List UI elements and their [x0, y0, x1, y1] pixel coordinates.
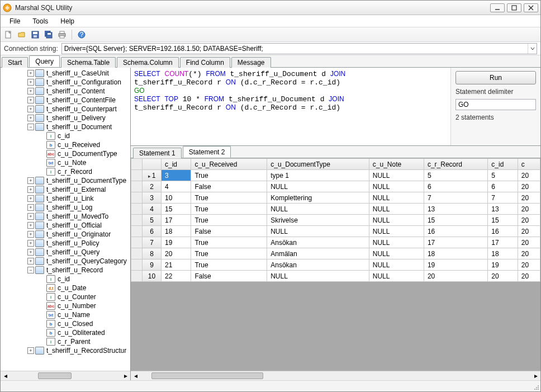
cell[interactable]: 20	[518, 259, 540, 271]
cell[interactable]: 6	[424, 181, 487, 192]
cell[interactable]: 15	[424, 215, 487, 226]
cell[interactable]: 19	[162, 237, 191, 248]
table-row[interactable]: 13Truetype 1NULL5520	[131, 170, 540, 181]
chevron-down-icon[interactable]	[528, 44, 537, 54]
tab-query[interactable]: Query	[29, 55, 60, 67]
cell[interactable]: False	[191, 181, 267, 192]
minimize-button[interactable]	[490, 3, 505, 12]
expand-icon[interactable]: +	[27, 195, 34, 202]
tree-column-node[interactable]: bc_u_Obliterated	[39, 328, 130, 337]
help-icon[interactable]: ?	[76, 29, 87, 40]
row-selector[interactable]	[131, 271, 143, 282]
tree-node[interactable]: −t_sheriff_u_Document	[2, 122, 130, 131]
tree-node[interactable]: +t_sheriff_u_MovedTo	[2, 212, 130, 221]
cell[interactable]: 7	[424, 192, 487, 204]
scroll-left-icon[interactable]: ◂	[1, 371, 10, 381]
tree-node[interactable]: −t_sheriff_u_Record	[2, 266, 130, 275]
tree-node[interactable]: +t_sheriff_u_Policy	[2, 239, 130, 248]
expand-icon[interactable]: +	[27, 258, 34, 265]
cell[interactable]: 4	[162, 181, 191, 192]
tree-column-node[interactable]: ic_u_Counter	[39, 292, 130, 301]
cell[interactable]: 6	[488, 181, 518, 192]
cell[interactable]: False	[191, 271, 267, 282]
expand-icon[interactable]: +	[27, 186, 34, 193]
cell[interactable]: 20	[518, 204, 540, 215]
tree-column-node[interactable]: ic_id	[39, 275, 130, 284]
cell[interactable]: 18	[488, 248, 518, 259]
expand-icon[interactable]: +	[27, 204, 34, 211]
cell[interactable]: 20	[518, 271, 540, 282]
collapse-icon[interactable]: −	[27, 124, 34, 130]
cell[interactable]: 20	[488, 271, 518, 282]
table-row[interactable]: 24FalseNULLNULL6620	[131, 181, 540, 192]
row-selector[interactable]	[131, 181, 143, 192]
cell[interactable]: type 1	[267, 170, 369, 181]
table-row[interactable]: 921TrueAnsökanNULL191920	[131, 259, 540, 271]
cell[interactable]: 20	[518, 192, 540, 204]
tree-node[interactable]: +t_sheriff_u_Official	[2, 221, 130, 230]
tree-node[interactable]: +t_sheriff_u_DocumentType	[2, 176, 130, 185]
cell[interactable]: 15	[162, 204, 191, 215]
cell[interactable]: 17	[488, 237, 518, 248]
tree-node[interactable]: +t_sheriff_u_Originator	[2, 230, 130, 239]
menu-tools[interactable]: Tools	[27, 16, 54, 26]
cell[interactable]: 16	[424, 226, 487, 237]
schema-tree[interactable]: +t_sheriff_u_CaseUnit+t_sheriff_u_Config…	[1, 68, 130, 371]
print-icon[interactable]	[56, 29, 68, 40]
tab-find-column[interactable]: Find Column	[180, 57, 230, 68]
cell[interactable]: True	[191, 192, 267, 204]
cell[interactable]: 21	[162, 259, 191, 271]
row-selector[interactable]	[131, 170, 143, 181]
tree-node[interactable]: +t_sheriff_u_ContentFile	[2, 96, 130, 105]
expand-icon[interactable]: +	[27, 88, 34, 95]
cell[interactable]: NULL	[369, 215, 424, 226]
tree-node[interactable]: +t_sheriff_u_Log	[2, 203, 130, 212]
tree-column-node[interactable]: ic_r_Parent	[39, 337, 130, 346]
cell[interactable]: NULL	[369, 192, 424, 204]
cell[interactable]: NULL	[267, 181, 369, 192]
tab-message[interactable]: Message	[231, 57, 271, 68]
menu-file[interactable]: File	[4, 16, 26, 26]
tree-column-node[interactable]: ic_r_Record	[39, 167, 130, 176]
cell[interactable]: True	[191, 248, 267, 259]
cell[interactable]: 20	[518, 181, 540, 192]
cell[interactable]: 20	[518, 248, 540, 259]
cell[interactable]: NULL	[369, 271, 424, 282]
tree-column-node[interactable]: txtc_u_Name	[39, 310, 130, 319]
column-header[interactable]: c_u_Received	[191, 159, 267, 170]
cell[interactable]: 22	[162, 271, 191, 282]
cell[interactable]: True	[191, 237, 267, 248]
cell[interactable]: NULL	[369, 170, 424, 181]
row-selector[interactable]	[131, 237, 143, 248]
expand-icon[interactable]: +	[27, 70, 34, 77]
column-header[interactable]: c_r_Record	[424, 159, 487, 170]
row-selector[interactable]	[131, 192, 143, 204]
tree-column-node[interactable]: bc_u_Closed	[39, 319, 130, 328]
cell[interactable]: Anmälan	[267, 248, 369, 259]
tree-node[interactable]: +t_sheriff_u_Delivery	[2, 114, 130, 122]
tree-node[interactable]: +t_sheriff_u_External	[2, 185, 130, 194]
maximize-button[interactable]	[507, 3, 521, 12]
scroll-right-icon[interactable]: ▸	[531, 371, 540, 381]
cell[interactable]: 17	[424, 237, 487, 248]
cell[interactable]: NULL	[369, 226, 424, 237]
tab-start[interactable]: Start	[2, 57, 28, 68]
grid-horizontal-scrollbar[interactable]: ◂ ▸	[131, 371, 540, 380]
cell[interactable]: 13	[424, 204, 487, 215]
column-header[interactable]: c_id	[488, 159, 518, 170]
table-row[interactable]: 618FalseNULLNULL161620	[131, 226, 540, 237]
cell[interactable]: True	[191, 170, 267, 181]
cell[interactable]: 20	[424, 271, 487, 282]
row-selector[interactable]	[131, 204, 143, 215]
cell[interactable]: 15	[488, 215, 518, 226]
table-row[interactable]: 719TrueAnsökanNULL171720	[131, 237, 540, 248]
tree-column-node[interactable]: d,tc_u_Date	[39, 284, 130, 292]
tree-node[interactable]: +t_sheriff_u_Configuration	[2, 78, 130, 87]
cell[interactable]: 5	[488, 170, 518, 181]
save-all-icon[interactable]	[43, 29, 54, 40]
scroll-left-icon[interactable]: ◂	[131, 371, 140, 381]
tab-schema-table[interactable]: Schema.Table	[61, 57, 116, 68]
cell[interactable]: True	[191, 259, 267, 271]
scroll-right-icon[interactable]: ▸	[121, 371, 130, 381]
tree-node[interactable]: +t_sheriff_u_Counterpart	[2, 105, 130, 114]
